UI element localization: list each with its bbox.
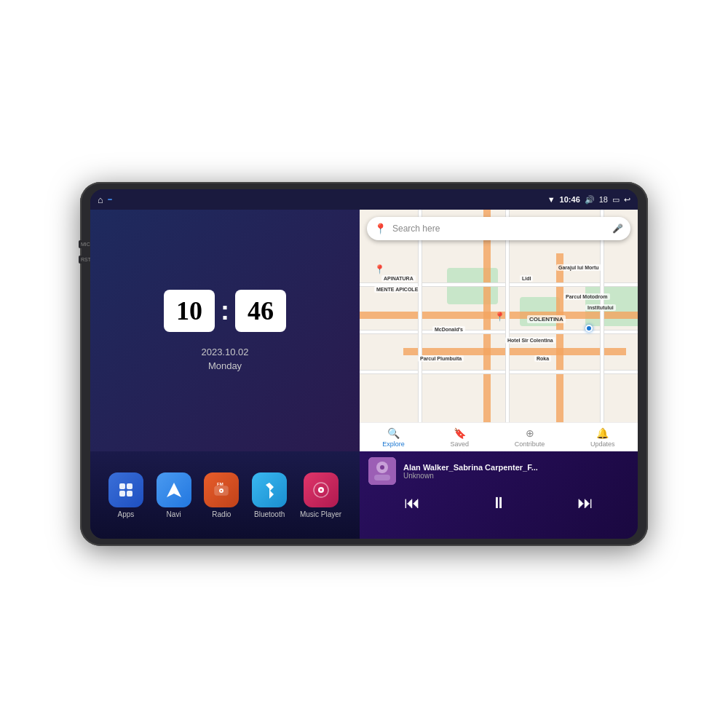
- apps-dock: Apps Navi: [90, 451, 360, 539]
- map-pin-2: 📍: [374, 264, 385, 274]
- svg-rect-2: [119, 491, 125, 496]
- back-icon[interactable]: ↩: [624, 195, 630, 205]
- music-info: Alan Walker_Sabrina Carpenter_F... Unkno…: [368, 457, 629, 485]
- clock-widget: 10 : 46 2023.10.02 Monday: [90, 210, 360, 451]
- svg-rect-3: [127, 491, 132, 496]
- app-apps[interactable]: Apps: [108, 472, 143, 518]
- road-v2: [505, 210, 510, 451]
- app-bluetooth[interactable]: Bluetooth: [252, 472, 287, 518]
- svg-text:FM: FM: [217, 482, 223, 486]
- map-nav-explore[interactable]: 🔍 Explore: [382, 427, 405, 448]
- map-search-bar[interactable]: 📍 Search here 🎤: [367, 217, 630, 240]
- app-music[interactable]: Music Player: [300, 472, 341, 518]
- bluetooth-icon: [252, 472, 287, 507]
- home-icon[interactable]: ⌂: [98, 194, 103, 205]
- map-widget[interactable]: COLENTINA APINATURA MENTE APICOLE McDona…: [360, 210, 638, 451]
- svg-point-13: [380, 465, 384, 470]
- svg-rect-1: [127, 483, 132, 489]
- status-time: 10:46: [560, 195, 580, 204]
- volume-level: 18: [599, 195, 608, 204]
- clock-date: 2023.10.02: [201, 347, 248, 357]
- svg-rect-14: [374, 475, 390, 480]
- apinatura-label: APINATURA: [381, 275, 416, 282]
- music-text: Alan Walker_Sabrina Carpenter_F... Unkno…: [403, 463, 629, 480]
- institutului-label: Institutului: [585, 304, 616, 311]
- saved-icon: 🔖: [454, 427, 466, 439]
- clock-minute: 46: [235, 290, 286, 332]
- road-h3: [360, 370, 638, 374]
- hotel-label: Hotel Sir Colentina: [505, 337, 555, 344]
- map-nav-updates[interactable]: 🔔 Updates: [590, 427, 615, 448]
- wifi-icon: ▼: [547, 195, 555, 204]
- volume-icon[interactable]: 🔊: [585, 195, 595, 205]
- status-bar-left: ⌂: [98, 194, 112, 205]
- colentina-label: COLENTINA: [527, 315, 566, 323]
- updates-icon: 🔔: [596, 427, 609, 439]
- explore-icon: 🔍: [387, 427, 400, 439]
- clock-hour: 10: [164, 290, 215, 332]
- road-v3: [600, 210, 604, 451]
- map-content: COLENTINA APINATURA MENTE APICOLE McDona…: [360, 210, 638, 451]
- clock-display: 10 : 46: [164, 290, 286, 332]
- music-label: Music Player: [300, 510, 341, 518]
- location-dot: [585, 325, 593, 332]
- navi-icon: [157, 472, 191, 507]
- mente-apicole-label: MENTE APICOLE: [374, 286, 420, 293]
- explore-label: Explore: [382, 440, 405, 448]
- prev-button[interactable]: ⏮: [397, 491, 427, 515]
- app-navi[interactable]: Navi: [157, 472, 191, 518]
- map-pin-1: 📍: [494, 312, 505, 322]
- next-button[interactable]: ⏭: [570, 491, 601, 515]
- lidl-label: Lidl: [520, 275, 533, 282]
- radio-icon: FM: [204, 472, 239, 507]
- road-h2: [360, 330, 638, 334]
- clock-day: Monday: [208, 360, 242, 371]
- music-artist: Unknown: [403, 472, 629, 480]
- parcul-label: Parcul Plumbuita: [418, 355, 464, 362]
- status-bar-right: ▼ 10:46 🔊 18 ▭ ↩: [547, 195, 630, 205]
- apps-icon: [108, 472, 143, 507]
- music-player: Alan Walker_Sabrina Carpenter_F... Unkno…: [360, 451, 638, 539]
- music-icon: [304, 472, 339, 507]
- navi-label: Navi: [167, 510, 181, 518]
- updates-label: Updates: [590, 440, 615, 448]
- garajul-label: Garajul lui Mortu: [556, 264, 601, 271]
- mcdonalds-label: McDonald's: [432, 326, 465, 333]
- music-title: Alan Walker_Sabrina Carpenter_F...: [403, 463, 629, 472]
- roka-label: Roka: [534, 355, 551, 362]
- map-nav-contribute[interactable]: ⊕ Contribute: [515, 427, 545, 448]
- radio-label: Radio: [212, 510, 231, 518]
- contribute-label: Contribute: [515, 440, 545, 448]
- saved-label: Saved: [451, 440, 470, 448]
- car-head-unit: MIC RST ⌂ ▼ 10:46 🔊 18 ▭ ↩ 10: [80, 182, 648, 546]
- music-controls: ⏮ ⏸ ⏭: [368, 491, 629, 515]
- app-radio[interactable]: FM Radio: [204, 472, 239, 518]
- svg-rect-0: [119, 483, 125, 489]
- apps-label: Apps: [117, 510, 134, 518]
- music-thumbnail: [368, 457, 396, 485]
- map-mic-icon[interactable]: 🎤: [612, 223, 623, 234]
- battery-icon: ▭: [612, 195, 620, 205]
- clock-colon: :: [221, 296, 229, 326]
- screen: ⌂ ▼ 10:46 🔊 18 ▭ ↩ 10 : 46 2023.1: [90, 189, 638, 539]
- map-nav-saved[interactable]: 🔖 Saved: [451, 427, 470, 448]
- svg-point-10: [320, 488, 322, 491]
- parcul-motodrom-label: Parcul Motodrom: [563, 293, 610, 300]
- main-road-h2: [403, 348, 626, 355]
- svg-point-6: [221, 490, 222, 491]
- bluetooth-label: Bluetooth: [254, 510, 285, 518]
- play-pause-button[interactable]: ⏸: [483, 491, 514, 515]
- map-bottom-bar: 🔍 Explore 🔖 Saved ⊕ Contribute 🔔 Updates: [360, 422, 638, 451]
- map-search-text[interactable]: Search here: [392, 223, 606, 234]
- road-v1: [418, 210, 422, 451]
- status-bar: ⌂ ▼ 10:46 🔊 18 ▭ ↩: [90, 189, 638, 210]
- navigation-icon[interactable]: [108, 199, 112, 200]
- main-content: 10 : 46 2023.10.02 Monday: [90, 210, 638, 539]
- contribute-icon: ⊕: [526, 427, 534, 439]
- map-pin-icon: 📍: [374, 223, 387, 234]
